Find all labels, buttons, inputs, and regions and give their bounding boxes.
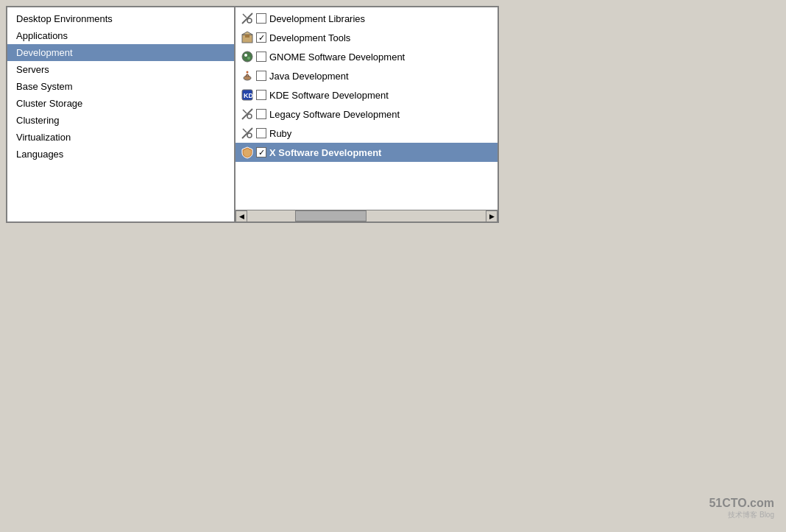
- sidebar-item-base-system[interactable]: Base System: [7, 78, 234, 95]
- label-java-dev: Java Development: [269, 71, 349, 82]
- package-selector: Desktop EnvironmentsApplicationsDevelopm…: [6, 6, 499, 223]
- label-x-software-dev: X Software Development: [269, 147, 381, 158]
- sidebar-item-cluster-storage[interactable]: Cluster Storage: [7, 95, 234, 112]
- scroll-track[interactable]: [247, 210, 486, 221]
- subcategory-item-dev-libraries[interactable]: Development Libraries: [236, 9, 498, 28]
- subcategory-item-legacy-dev[interactable]: Legacy Software Development: [236, 104, 498, 124]
- svg-point-18: [247, 133, 252, 138]
- subcategory-item-kde-dev[interactable]: KDE KDE Software Development: [236, 85, 498, 104]
- svg-point-15: [247, 114, 252, 118]
- sidebar-item-clustering[interactable]: Clustering: [7, 112, 234, 129]
- subcategory-item-java-dev[interactable]: Java Development: [236, 66, 498, 85]
- svg-rect-5: [245, 35, 249, 38]
- subcategory-item-gnome-dev[interactable]: GNOME Software Development: [236, 47, 498, 66]
- gnome-icon: [240, 49, 255, 64]
- label-gnome-dev: GNOME Software Development: [269, 52, 405, 63]
- category-list: Desktop EnvironmentsApplicationsDevelopm…: [7, 7, 236, 221]
- sidebar-item-servers[interactable]: Servers: [7, 61, 234, 78]
- checkbox-ruby[interactable]: [256, 128, 266, 138]
- subcategory-list: Development Libraries Development Tools …: [236, 7, 498, 210]
- subcategory-item-x-software-dev[interactable]: X Software Development: [236, 143, 498, 162]
- tools-icon: [240, 126, 255, 141]
- label-legacy-dev: Legacy Software Development: [269, 109, 400, 120]
- svg-line-17: [243, 129, 247, 132]
- svg-point-9: [244, 76, 251, 80]
- svg-marker-4: [242, 32, 252, 35]
- tools-icon: [240, 107, 255, 121]
- label-ruby: Ruby: [269, 128, 291, 139]
- svg-point-7: [244, 54, 247, 57]
- svg-point-10: [247, 71, 249, 74]
- svg-point-2: [247, 18, 252, 23]
- checkbox-legacy-dev[interactable]: [256, 109, 266, 119]
- checkbox-x-software-dev[interactable]: [256, 147, 266, 157]
- checkbox-java-dev[interactable]: [256, 71, 266, 81]
- label-dev-libraries: Development Libraries: [269, 13, 365, 24]
- subcategory-item-dev-tools[interactable]: Development Tools: [236, 28, 498, 47]
- checkbox-kde-dev[interactable]: [256, 90, 266, 100]
- horizontal-scrollbar[interactable]: ◀ ▶: [236, 210, 498, 221]
- svg-point-6: [242, 52, 252, 62]
- svg-line-14: [243, 110, 247, 113]
- sidebar-item-development[interactable]: Development: [7, 44, 234, 61]
- checkbox-gnome-dev[interactable]: [256, 52, 266, 62]
- scroll-thumb[interactable]: [295, 210, 367, 221]
- java-icon: [240, 68, 255, 83]
- svg-line-1: [243, 14, 247, 18]
- package-icon: [240, 30, 255, 45]
- kde-icon: KDE: [240, 88, 255, 102]
- label-kde-dev: KDE Software Development: [269, 90, 389, 101]
- svg-point-8: [247, 57, 250, 60]
- sidebar-item-languages[interactable]: Languages: [7, 146, 234, 163]
- checkbox-dev-tools[interactable]: [256, 32, 266, 43]
- sidebar-item-virtualization[interactable]: Virtualization: [7, 129, 234, 146]
- svg-text:KDE: KDE: [244, 92, 254, 99]
- subcategory-item-ruby[interactable]: Ruby: [236, 124, 498, 143]
- sidebar-item-applications[interactable]: Applications: [7, 27, 234, 44]
- scroll-left-button[interactable]: ◀: [236, 210, 247, 222]
- checkbox-dev-libraries[interactable]: [256, 13, 266, 24]
- shield-icon: [240, 145, 255, 160]
- label-dev-tools: Development Tools: [269, 32, 350, 43]
- sidebar-item-desktop-environments[interactable]: Desktop Environments: [7, 10, 234, 27]
- scroll-right-button[interactable]: ▶: [486, 210, 498, 222]
- tools-icon: [240, 11, 255, 26]
- subcategory-panel: Development Libraries Development Tools …: [236, 7, 498, 221]
